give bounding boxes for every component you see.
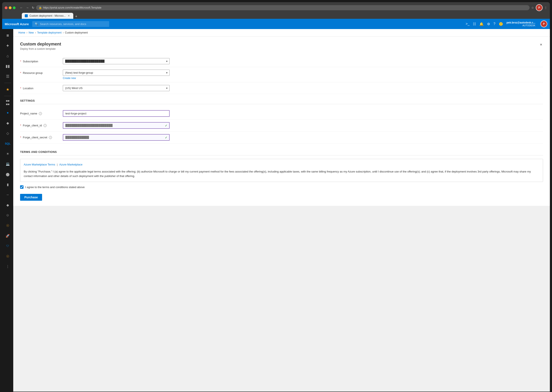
new-tab-button[interactable]: +	[73, 14, 79, 19]
create-new-link[interactable]: Create new	[63, 77, 170, 80]
settings-divider	[20, 104, 543, 104]
terms-section-title: TERMS AND CONDITIONS	[20, 150, 543, 154]
breadcrumb-home[interactable]: Home	[18, 31, 25, 34]
user-avatar[interactable]: P	[540, 21, 547, 27]
address-bar[interactable]: 🔒 https://portal.azure.com/#create/Micro…	[36, 5, 530, 10]
sidebar-item-grid[interactable]: ■■■■	[3, 98, 12, 107]
resource-group-required: *	[20, 71, 21, 75]
sidebar-item-appservice[interactable]: ◇	[3, 128, 12, 138]
forge-client-id-check: ✓	[165, 124, 168, 127]
sidebar-item-menu[interactable]: ≡	[3, 31, 12, 40]
project-name-control	[63, 110, 170, 117]
sidebar-item-security[interactable]: ⬤	[3, 169, 12, 179]
location-select[interactable]: (US) West US	[63, 85, 170, 91]
portal-menu-button[interactable]: ☷	[473, 22, 476, 26]
sidebar-item-active-directory[interactable]: ◆	[3, 200, 12, 210]
sidebar-item-storage[interactable]: ▮	[3, 180, 12, 189]
close-window[interactable]	[5, 7, 7, 9]
settings-section-title: SETTINGS	[20, 99, 543, 102]
azure-logo: Microsoft Azure	[5, 22, 29, 26]
search-icon: 🔍	[35, 22, 38, 26]
sidebar-item-devops[interactable]: ↔	[3, 190, 12, 199]
sidebar-item-dashboard[interactable]: ▮▮	[3, 62, 12, 71]
sidebar-item-circle[interactable]: ☉	[3, 252, 12, 261]
terms-divider	[20, 155, 543, 155]
sidebar-item-home[interactable]: ⌂	[3, 51, 12, 61]
help-button[interactable]: ?	[494, 22, 495, 26]
browser-menu-button[interactable]: ⋮	[544, 6, 547, 9]
forward-button[interactable]: →	[25, 6, 30, 10]
refresh-button[interactable]: ↻	[32, 6, 34, 10]
sidebar-item-resource-groups[interactable]: ●	[3, 108, 12, 117]
sidebar-item-create[interactable]: +	[3, 41, 12, 50]
sidebar-item-all-services[interactable]: ☰	[3, 72, 12, 81]
sidebar-divider-2	[4, 96, 11, 96]
active-tab[interactable]: Custom deployment - Microso... ✕	[22, 13, 73, 19]
sidebar-item-starred[interactable]: 🚀	[3, 231, 12, 240]
checkbox-row: I agree to the terms and conditions stat…	[20, 185, 543, 189]
settings-button[interactable]: ⚙	[487, 22, 490, 26]
azure-search-bar[interactable]: 🔍	[32, 21, 109, 27]
resource-group-control: (New) test-forge-group Create new	[63, 70, 170, 80]
project-name-info-icon[interactable]: i	[39, 112, 42, 115]
back-button[interactable]: ←	[19, 6, 24, 10]
resource-group-select[interactable]: (New) test-forge-group	[63, 70, 170, 76]
terms-box: Azure Marketplace Terms | Azure Marketpl…	[20, 159, 543, 182]
maximize-window[interactable]	[13, 7, 16, 9]
user-email: petr.broz@autodesk.c...	[507, 21, 535, 24]
sidebar-item-monitor[interactable]: 💻	[3, 159, 12, 169]
purchase-button[interactable]: Purchase	[20, 194, 42, 201]
terms-links: Azure Marketplace Terms | Azure Marketpl…	[24, 162, 539, 167]
bookmark-button[interactable]: ☆	[531, 6, 534, 9]
forge-client-id-input-wrapper: ✓	[63, 122, 170, 129]
resource-group-label: * Resource group	[20, 70, 63, 75]
breadcrumb-template-deployment[interactable]: Template deployment	[37, 31, 62, 34]
panel-header: Custom deployment Deploy from a custom t…	[20, 42, 543, 50]
sidebar-item-cosmos[interactable]: ☀	[3, 149, 12, 158]
panel-close-button[interactable]: ×	[539, 42, 543, 48]
forge-client-secret-info-icon[interactable]: i	[49, 136, 52, 139]
sidebar-item-shield[interactable]: 🛡	[3, 241, 12, 251]
panel-title: Custom deployment	[20, 42, 61, 47]
sidebar-item-sql[interactable]: SQL	[3, 139, 12, 148]
forge-client-secret-label: * Forge_client_secret i	[20, 134, 63, 139]
sidebar-item-favorites[interactable]: ★	[3, 85, 12, 94]
forge-client-secret-input-wrapper: ✓	[63, 134, 170, 141]
terms-link-azure[interactable]: Azure Marketplace	[59, 162, 82, 167]
browser-profile-avatar[interactable]: P	[536, 4, 543, 11]
form-row-resource-group: * Resource group (New) test-forge-group …	[20, 67, 543, 82]
subscription-control: ████████████████████	[63, 58, 170, 64]
breadcrumb: Home › New › Template deployment › Custo…	[13, 29, 550, 36]
feedback-button[interactable]: 🙂	[499, 22, 503, 26]
terms-checkbox-label[interactable]: I agree to the terms and conditions stat…	[25, 186, 85, 189]
form-row-location: * Location (US) West US	[20, 82, 543, 94]
forge-client-id-input[interactable]	[63, 122, 170, 129]
forge-client-secret-input[interactable]	[63, 134, 170, 141]
location-select-wrapper: (US) West US	[63, 85, 170, 91]
tab-close-button[interactable]: ✕	[67, 14, 70, 17]
location-control: (US) West US	[63, 85, 170, 91]
sidebar-item-face-api[interactable]: ☺	[3, 210, 12, 220]
subscription-select[interactable]: ████████████████████	[63, 58, 170, 64]
sidebar-item-iot[interactable]: ☉	[3, 221, 12, 230]
breadcrumb-new[interactable]: New	[29, 31, 34, 34]
notifications-button[interactable]: 🔔	[479, 22, 484, 26]
sidebar-item-network[interactable]: ◆	[3, 118, 12, 128]
breadcrumb-sep-2: ›	[35, 31, 36, 34]
form-row-project-name: Project_name i	[20, 108, 543, 119]
form-row-forge-client-secret: * Forge_client_secret i ✓	[20, 132, 543, 143]
minimize-window[interactable]	[9, 7, 12, 9]
project-name-input[interactable]	[63, 110, 170, 117]
topbar-icons: >_ ☷ 🔔 ⚙ ? 🙂 petr.broz@autodesk.c... AUT…	[466, 21, 547, 27]
cloud-shell-button[interactable]: >_	[466, 22, 470, 26]
tab-bar: Custom deployment - Microso... ✕ +	[5, 13, 547, 19]
forge-client-id-info-icon[interactable]: i	[43, 124, 47, 127]
terms-body: By clicking "Purchase," I (a) agree to t…	[24, 169, 539, 178]
terms-link-marketplace[interactable]: Azure Marketplace Terms	[24, 162, 55, 167]
sidebar-item-more[interactable]: ⋮	[3, 262, 12, 271]
url-text: https://portal.azure.com/#create/Microso…	[43, 6, 527, 9]
search-input[interactable]	[40, 22, 106, 26]
panel-title-block: Custom deployment Deploy from a custom t…	[20, 42, 61, 50]
terms-checkbox[interactable]	[20, 185, 23, 189]
forge-client-id-control: ✓	[63, 122, 170, 129]
